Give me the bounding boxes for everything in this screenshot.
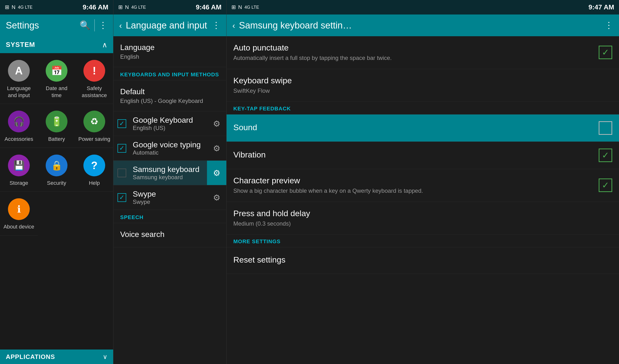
sidebar-item-security[interactable]: 🔒 Security (38, 148, 75, 192)
security-label: Security (47, 180, 66, 187)
auto-punctuate-text: Auto punctuate Automatically insert a fu… (233, 43, 599, 62)
samsung-checkbox[interactable] (117, 169, 126, 177)
keyboard-item-google-voice[interactable]: ✓ Google voice typing Automatic ⚙ (113, 136, 226, 161)
samsung-keyboard-name: Samsung keyboard (133, 165, 205, 174)
setting-row-sound[interactable]: Sound (226, 114, 619, 142)
reset-text: Reset settings (233, 255, 612, 266)
help-icon: ? (84, 155, 105, 176)
google-keyboard-sub: English (US) (133, 125, 205, 131)
language-item[interactable]: Language English (113, 36, 226, 67)
swype-name: Swype (133, 189, 205, 199)
setting-row-character-preview[interactable]: Character preview Show a big character b… (226, 169, 619, 202)
language-input-title: Language and input (126, 20, 208, 31)
sidebar-item-safety-assistance[interactable]: ! Safety assistance (75, 53, 113, 104)
status-left-1: ⊞ N 4G LTE (5, 4, 33, 10)
chevron-up-icon[interactable]: ∧ (102, 40, 107, 49)
press-hold-text: Press and hold delay Medium (0.3 seconds… (233, 209, 612, 228)
security-icon: 🔒 (46, 155, 68, 176)
sidebar-item-power-saving[interactable]: ♻ Power saving (75, 104, 113, 148)
samsung-keyboard-sub: Samsung keyboard (133, 174, 205, 181)
safety-icon: ! (84, 60, 105, 82)
safety-assistance-label: Safety assistance (78, 85, 111, 99)
google-keyboard-check[interactable]: ✓ (113, 119, 130, 128)
status-bar-2: ⊞ N 4G LTE 9:46 AM (113, 0, 226, 14)
setting-row-reset[interactable]: Reset settings (226, 247, 619, 274)
sidebar-item-storage[interactable]: 💾 Storage (0, 148, 38, 192)
applications-section: APPLICATIONS ∨ (0, 350, 113, 364)
status-right-2: 9:46 AM (196, 3, 222, 11)
time-display-2: 9:46 AM (196, 3, 222, 11)
setting-row-auto-punctuate[interactable]: Auto punctuate Automatically insert a fu… (226, 36, 619, 69)
more-options-icon-2[interactable]: ⋮ (212, 20, 221, 30)
language-top-bar: ‹ Language and input ⋮ (113, 14, 226, 36)
swype-check[interactable]: ✓ (113, 193, 130, 202)
time-display-3: 9:47 AM (589, 3, 614, 11)
battery-label: Battery (48, 136, 65, 143)
search-icon[interactable]: 🔍 (80, 20, 90, 30)
setting-row-keyboard-swipe[interactable]: Keyboard swipe SwiftKey Flow (226, 69, 619, 102)
samsung-keyboard-panel: ⊞ N 4G LTE 9:47 AM ‹ Samsung keyboard se… (226, 0, 619, 364)
default-keyboard-item[interactable]: Default English (US) - Google Keyboard (113, 81, 226, 111)
back-icon-3[interactable]: ‹ (232, 21, 235, 30)
applications-label: APPLICATIONS (6, 353, 55, 361)
network-icon-2: 4G LTE (131, 5, 146, 10)
keyboards-section-label: KEYBOARDS AND INPUT METHODS (113, 67, 226, 81)
press-hold-title: Press and hold delay (233, 209, 612, 218)
vibration-toggle[interactable]: ✓ (599, 148, 612, 162)
auto-punctuate-sub: Automatically insert a full stop by tapp… (233, 54, 599, 62)
power-saving-label: Power saving (78, 136, 110, 143)
gear-icon: ⚙ (213, 119, 220, 129)
language-input-panel: ⊞ N 4G LTE 9:46 AM ‹ Language and input … (113, 0, 226, 364)
character-preview-toggle[interactable]: ✓ (599, 178, 612, 192)
settings-top-bar: Settings 🔍 ⋮ (0, 14, 113, 36)
voice-search-item[interactable]: Voice search (113, 223, 226, 247)
more-options-icon[interactable]: ⋮ (99, 20, 107, 30)
google-keyboard-checkbox[interactable]: ✓ (117, 119, 126, 128)
sound-toggle[interactable] (599, 121, 612, 135)
more-options-icon-3[interactable]: ⋮ (605, 20, 613, 30)
google-voice-checkbox[interactable]: ✓ (117, 144, 126, 153)
swype-settings[interactable]: ⚙ (207, 185, 226, 210)
default-title: Default (120, 87, 220, 96)
samsung-keyboard-info: Samsung keyboard Samsung keyboard (130, 161, 207, 185)
key-tap-feedback-label: KEY-TAP FEEDBACK (226, 102, 619, 114)
sidebar-item-date-and-time[interactable]: 📅 Date and time (38, 53, 75, 104)
keyboard-item-google-keyboard[interactable]: ✓ Google Keyboard English (US) ⚙ (113, 111, 226, 136)
vibration-title: Vibration (233, 150, 599, 159)
sidebar-item-battery[interactable]: 🔋 Battery (38, 104, 75, 148)
sidebar-item-about-device[interactable]: ℹ About device (0, 191, 38, 235)
status-left-2: ⊞ N 4G LTE (118, 4, 146, 10)
google-keyboard-settings[interactable]: ⚙ (207, 111, 226, 136)
swype-checkbox[interactable]: ✓ (117, 193, 126, 202)
swype-sub: Swype (133, 199, 205, 205)
screenshot-icon-3: ⊞ (231, 4, 236, 10)
auto-punctuate-toggle[interactable]: ✓ (599, 46, 612, 59)
about-device-label: About device (3, 223, 34, 230)
keyboard-item-samsung[interactable]: Samsung keyboard Samsung keyboard ⚙ (113, 161, 226, 185)
sidebar-item-accessories[interactable]: 🎧 Accessories (0, 104, 38, 148)
about-device-icon: ℹ (8, 198, 30, 220)
gear-icon-2: ⚙ (213, 144, 220, 153)
gear-icon-4: ⚙ (213, 193, 220, 202)
status-left-3: ⊞ N 4G LTE (231, 4, 259, 10)
language-value: English (120, 53, 220, 60)
accessories-label: Accessories (5, 136, 33, 143)
setting-row-press-hold[interactable]: Press and hold delay Medium (0.3 seconds… (226, 202, 619, 235)
sidebar-item-help[interactable]: ? Help (75, 148, 113, 192)
google-voice-settings[interactable]: ⚙ (207, 136, 226, 160)
samsung-check[interactable] (113, 169, 130, 177)
keyboard-swipe-text: Keyboard swipe SwiftKey Flow (233, 76, 612, 95)
setting-row-vibration[interactable]: Vibration ✓ (226, 142, 619, 169)
keyboard-item-swype[interactable]: ✓ Swype Swype ⚙ (113, 185, 226, 210)
language-title: Language (120, 43, 220, 52)
samsung-keyboard-title: Samsung keyboard settin… (239, 20, 601, 31)
time-display-1: 9:46 AM (83, 3, 108, 11)
voice-search-title: Voice search (120, 230, 220, 239)
settings-grid: A Language and input 📅 Date and time ! S… (0, 53, 113, 235)
back-icon-2[interactable]: ‹ (119, 21, 122, 30)
sidebar-item-language-and-input[interactable]: A Language and input (0, 53, 38, 104)
samsung-keyboard-settings[interactable]: ⚙ (207, 161, 226, 185)
chevron-down-icon[interactable]: ∨ (103, 353, 107, 361)
sound-text: Sound (233, 123, 599, 134)
google-voice-check[interactable]: ✓ (113, 144, 130, 153)
